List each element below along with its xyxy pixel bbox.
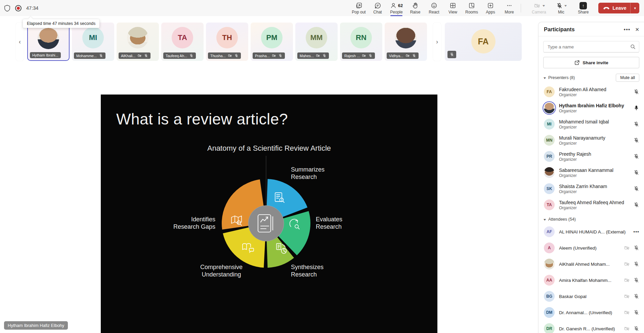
avatar: TA bbox=[544, 199, 555, 210]
presenter-row[interactable]: Hytham Ibrahim Hafiz Elbohy Organizer bbox=[539, 100, 644, 116]
participant-search[interactable] bbox=[543, 41, 639, 52]
react-icon bbox=[431, 2, 437, 9]
presenter-row[interactable]: TA Taufeeq Ahmed Rafeeq Ahmed Organizer bbox=[539, 197, 644, 213]
raise-hand-icon bbox=[412, 2, 419, 9]
chat-icon bbox=[374, 2, 381, 9]
segment-label-synthesizes: SynthesizesResearch bbox=[291, 263, 324, 278]
meeting-topbar: 47:34 Pop out bbox=[0, 0, 644, 16]
mic-off-icon bbox=[556, 2, 563, 9]
rooms-icon bbox=[468, 2, 475, 9]
video-tile[interactable]: RN Rajesh ... bbox=[340, 23, 382, 61]
mic-off-icon[interactable] bbox=[633, 261, 639, 267]
video-tile[interactable]: TH Thusha... bbox=[206, 23, 248, 61]
apps-button[interactable]: Apps bbox=[481, 0, 500, 16]
video-tile[interactable]: Hytham Ibrahi... bbox=[27, 23, 70, 61]
mic-off-icon[interactable] bbox=[633, 245, 639, 251]
presenter-row[interactable]: SK Shaista Zarrin Khanam Organizer bbox=[539, 181, 644, 197]
mic-off-icon[interactable] bbox=[633, 309, 639, 316]
camera-off-icon[interactable] bbox=[624, 277, 630, 283]
panel-close-icon[interactable]: ✕ bbox=[635, 27, 639, 33]
panel-title: Participants bbox=[544, 27, 575, 33]
mic-off-icon[interactable] bbox=[633, 121, 639, 127]
chevron-down-icon[interactable]: ▾ bbox=[544, 218, 546, 221]
avatar: FA bbox=[471, 29, 496, 53]
raise-hand-button[interactable]: Raise bbox=[406, 0, 425, 16]
view-button[interactable]: View bbox=[443, 0, 462, 16]
video-tile[interactable]: MM Mahes... bbox=[295, 23, 338, 61]
camera-chevron-icon[interactable]: ▾ bbox=[543, 4, 545, 7]
mute-all-button[interactable]: Mute all bbox=[616, 74, 639, 82]
video-tile[interactable]: PM Prasha... bbox=[251, 23, 293, 61]
presenters-section-header: ▾ Presenters (8) Mute all bbox=[539, 68, 644, 84]
tile-name-chip: Rajesh ... bbox=[342, 52, 375, 59]
camera-button[interactable]: ▾ Camera bbox=[528, 0, 550, 16]
video-tile[interactable]: MI Mohamme... bbox=[72, 23, 114, 61]
video-tile[interactable]: Vidhya... bbox=[385, 23, 427, 61]
leave-button[interactable]: Leave ▾ bbox=[598, 3, 639, 13]
video-tile[interactable]: AlKhali... bbox=[117, 23, 159, 61]
share-button[interactable]: ↑ Share bbox=[572, 0, 594, 16]
attendee-row[interactable]: DR Dr. Ganesh R... (Unverified) ••• bbox=[539, 321, 644, 333]
teams-meeting-window: 47:34 Pop out bbox=[0, 0, 644, 333]
attendee-row[interactable]: AlKhalil Ahmed Moham... ••• bbox=[539, 256, 644, 272]
presenter-row[interactable]: MN Murali Narayanamurty Organizer bbox=[539, 132, 644, 148]
mic-off-icon bbox=[189, 53, 194, 58]
mic-off-icon[interactable] bbox=[633, 153, 639, 159]
mic-off-icon[interactable] bbox=[633, 170, 639, 176]
attendee-row[interactable]: DM Dr. Annamal... (Unverified) ••• bbox=[539, 304, 644, 321]
featured-video-tile[interactable]: FA bbox=[445, 23, 522, 61]
attendee-row[interactable]: A Aleem (Unverified) ••• bbox=[539, 240, 644, 256]
chevron-down-icon[interactable]: ▾ bbox=[544, 76, 546, 80]
camera-off-icon[interactable] bbox=[624, 309, 630, 316]
avatar: TH bbox=[216, 27, 238, 48]
avatar: BG bbox=[544, 291, 555, 302]
camera-off-icon bbox=[405, 53, 410, 58]
leave-options-chevron-icon[interactable]: ▾ bbox=[631, 6, 639, 10]
camera-off-icon[interactable] bbox=[624, 245, 630, 251]
mic-off-icon bbox=[278, 53, 283, 58]
tile-name-chip: AlKhali... bbox=[119, 52, 151, 59]
mic-off-icon[interactable] bbox=[633, 293, 639, 299]
rooms-button[interactable]: Rooms bbox=[462, 0, 481, 16]
mic-on-icon[interactable] bbox=[633, 105, 639, 111]
attendee-row[interactable]: AF AL HINAI HUMAID A... (External) ••• bbox=[539, 224, 644, 240]
more-options-icon[interactable]: ••• bbox=[633, 229, 639, 234]
share-invite-button[interactable]: Share invite bbox=[543, 57, 639, 68]
search-input[interactable] bbox=[547, 44, 630, 50]
avatar bbox=[544, 103, 555, 113]
mic-off-icon[interactable] bbox=[633, 137, 639, 143]
more-button[interactable]: More bbox=[500, 0, 519, 16]
chat-button[interactable]: Chat bbox=[368, 0, 387, 16]
video-tile[interactable]: TA Taufeeq Ah... bbox=[161, 23, 204, 61]
camera-off-icon bbox=[316, 53, 320, 58]
presenter-row[interactable]: Sabareesaan Kannammal Organizer bbox=[539, 164, 644, 181]
people-button[interactable]: 62 People bbox=[387, 0, 406, 16]
camera-off-icon[interactable] bbox=[624, 326, 630, 332]
popout-button[interactable]: Pop out bbox=[349, 0, 368, 16]
presenter-row[interactable]: MI Mohammed Ismail Iqbal Organizer bbox=[539, 116, 644, 132]
tile-name-chip: Taufeeq Ah... bbox=[163, 52, 196, 59]
attendee-row[interactable]: BG Baskar Gopal ••• bbox=[539, 288, 644, 304]
presenter-name-chip: Hytham Ibrahim Hafiz Elbohy bbox=[4, 321, 68, 330]
mic-off-icon[interactable] bbox=[633, 202, 639, 208]
presenter-row[interactable]: PR Preethy Rajesh Organizer bbox=[539, 148, 644, 164]
mic-off-icon[interactable] bbox=[633, 89, 639, 95]
mic-off-icon[interactable] bbox=[633, 186, 639, 192]
review-article-pinwheel-diagram bbox=[216, 173, 316, 274]
camera-off-icon[interactable] bbox=[624, 261, 630, 267]
panel-more-icon[interactable]: ••• bbox=[624, 27, 631, 33]
toolbar-items: Pop out Chat bbox=[349, 0, 524, 16]
elapsed-timer[interactable]: 47:34 bbox=[26, 5, 38, 11]
mic-off-icon[interactable] bbox=[633, 277, 639, 283]
mic-button[interactable]: ▾ Mic bbox=[550, 0, 572, 16]
react-button[interactable]: React bbox=[425, 0, 443, 16]
camera-off-icon[interactable] bbox=[624, 293, 630, 299]
filmstrip-next-button[interactable]: › bbox=[433, 23, 441, 61]
mic-chevron-icon[interactable]: ▾ bbox=[564, 4, 567, 7]
presenter-row[interactable]: FA Fakrudeen Ali Ahamed Organizer bbox=[539, 84, 644, 100]
attendee-row[interactable]: AA Amira Khalfan Mohamm... ••• bbox=[539, 272, 644, 288]
filmstrip-previous-button[interactable]: ‹ bbox=[16, 23, 24, 61]
camera-off-icon bbox=[272, 53, 276, 58]
mic-off-icon[interactable] bbox=[633, 326, 639, 332]
slide-title: What is a review article? bbox=[116, 110, 288, 128]
